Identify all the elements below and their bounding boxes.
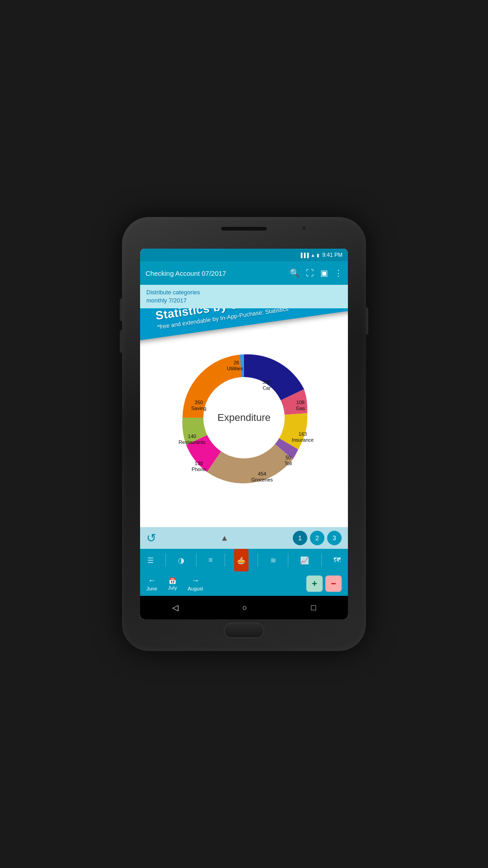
donut-hole	[203, 377, 285, 458]
prev-month-nav[interactable]: ← June	[146, 576, 157, 591]
banner-title: Statistics by categories*	[155, 308, 327, 323]
tab-list[interactable]: ☰	[145, 549, 156, 571]
label-toll-value: 50	[286, 455, 291, 460]
bottom-controls: ↺ ▲ 1 2 3	[140, 527, 348, 549]
battery-icon: ▮	[317, 253, 319, 258]
sub-header: Distribute categories monthly 7/2017	[140, 285, 348, 308]
power-button[interactable]	[366, 307, 368, 335]
curr-month-nav: 📅 July	[168, 577, 177, 590]
phone-device: ▐▐▐ ▲ ▮ 9:41 PM Checking Account 07/2017…	[122, 217, 366, 651]
donut-svg: 380 Car 108 Gas 163 Insurance 50 Toll 45…	[167, 341, 321, 495]
page-3-button[interactable]: 3	[327, 531, 342, 545]
next-month-nav[interactable]: → August	[188, 576, 203, 591]
promo-banner: Statistics by categories* *free and exte…	[140, 308, 348, 341]
tab-detail[interactable]: ≡	[206, 549, 215, 571]
list-icon: ☰	[147, 556, 154, 565]
status-time: 9:41 PM	[322, 252, 343, 258]
line-chart-icon: 📈	[300, 556, 309, 565]
label-gas-name: Gas	[296, 406, 305, 411]
wifi-icon: ▲	[310, 253, 315, 258]
banner-subtitle: *free and extendable by In-App-Puchase: …	[157, 308, 328, 330]
label-groceries-name: Groceries	[251, 477, 273, 482]
status-bar: ▐▐▐ ▲ ▮ 9:41 PM	[140, 249, 348, 261]
tab-pie[interactable]: ◑	[175, 549, 187, 571]
bar-chart-icon: ≋	[270, 556, 276, 565]
label-insurance-value: 163	[299, 431, 307, 437]
search-icon[interactable]: 🔍	[290, 268, 300, 278]
chart-area: 380 Car 108 Gas 163 Insurance 50 Toll 45…	[140, 308, 348, 527]
page-2-button[interactable]: 2	[310, 531, 324, 545]
app-bar-actions: 🔍 ⛶ ▣ ⋮	[290, 268, 343, 278]
tab-bar: ☰ ◑ ≡ 🥧 ≋ 📈 🗺	[140, 549, 348, 571]
speaker-grill	[221, 227, 267, 231]
prev-month-label: June	[146, 586, 157, 591]
map-icon: 🗺	[333, 556, 341, 564]
up-button[interactable]: ▲	[221, 533, 229, 543]
tab-sep-3	[225, 553, 225, 567]
tab-pie-chart-active[interactable]: 🥧	[234, 549, 249, 571]
next-month-label: August	[188, 586, 203, 591]
app-bar: Checking Account 07/2017 🔍 ⛶ ▣ ⋮	[140, 261, 348, 285]
label-car-name: Car	[263, 385, 271, 391]
more-vert-icon[interactable]: ⋮	[334, 268, 343, 278]
label-gas-value: 108	[296, 400, 305, 405]
refresh-button[interactable]: ↺	[146, 531, 156, 545]
front-camera	[301, 225, 307, 231]
volume-down-button[interactable]	[120, 330, 122, 353]
tab-sep-2	[196, 553, 197, 567]
label-car-value: 380	[263, 379, 271, 385]
label-insurance-name: Insurance	[292, 437, 314, 443]
back-button[interactable]: ◁	[172, 603, 178, 613]
remove-button[interactable]: −	[325, 576, 342, 592]
label-restaurants-name: Restaurants	[178, 439, 206, 445]
label-utilities-name: Utilities	[227, 366, 243, 371]
tab-bar-chart[interactable]: ≋	[267, 549, 279, 571]
curr-month-label: July	[168, 585, 177, 590]
pie-chart-icon: 🥧	[237, 556, 246, 565]
pie-icon: ◑	[178, 556, 184, 565]
label-phone-value: 130	[195, 461, 203, 466]
next-arrow-icon: →	[192, 576, 200, 585]
pip-icon[interactable]: ▣	[320, 268, 328, 278]
nav-bar: ← June 📅 July → August + −	[140, 571, 348, 596]
calendar-icon: 📅	[169, 577, 176, 585]
label-utilities-value: 26	[234, 360, 239, 365]
month-navigation: ← June 📅 July → August	[146, 576, 203, 591]
fullscreen-icon[interactable]: ⛶	[306, 269, 314, 278]
detail-icon: ≡	[208, 556, 212, 564]
label-phone-name: Phone	[192, 467, 206, 472]
tab-sep-5	[288, 553, 288, 567]
nav-actions: + −	[306, 576, 342, 592]
page-indicators: 1 2 3	[293, 531, 342, 545]
label-toll-name: Toll	[285, 461, 292, 466]
tab-sep-4	[258, 553, 258, 567]
sub-header-text: Distribute categories monthly 7/2017	[146, 288, 342, 305]
phone-screen: ▐▐▐ ▲ ▮ 9:41 PM Checking Account 07/2017…	[140, 249, 348, 619]
status-icons: ▐▐▐ ▲ ▮	[299, 253, 319, 258]
label-saving-name: Saving	[191, 406, 206, 411]
prev-arrow-icon: ←	[148, 576, 156, 585]
tab-line-chart[interactable]: 📈	[297, 549, 312, 571]
label-saving-value: 350	[195, 400, 203, 405]
donut-chart: 380 Car 108 Gas 163 Insurance 50 Toll 45…	[167, 341, 321, 495]
home-button[interactable]: ○	[242, 603, 247, 613]
home-button[interactable]	[224, 623, 264, 638]
volume-up-button[interactable]	[120, 298, 122, 321]
signal-icon: ▐▐▐	[299, 253, 309, 258]
android-nav-bar: ◁ ○ □	[140, 596, 348, 619]
label-groceries-value: 454	[258, 471, 266, 476]
tab-sep-1	[165, 553, 166, 567]
page-1-button[interactable]: 1	[293, 531, 307, 545]
add-button[interactable]: +	[306, 576, 323, 592]
tab-sep-6	[321, 553, 322, 567]
tab-map[interactable]: 🗺	[331, 549, 343, 571]
app-bar-title: Checking Account 07/2017	[145, 269, 290, 277]
recent-apps-button[interactable]: □	[311, 603, 316, 613]
label-restaurants-value: 140	[188, 434, 196, 439]
